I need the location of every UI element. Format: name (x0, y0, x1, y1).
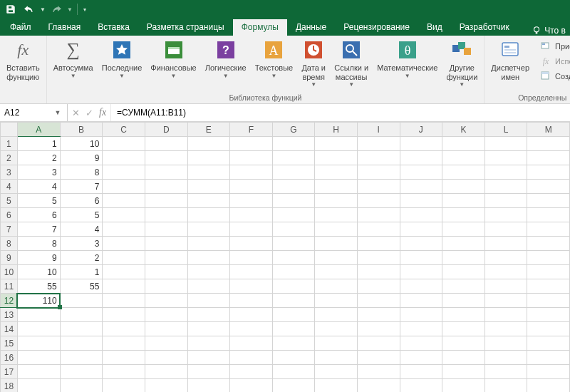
cell[interactable] (272, 180, 315, 194)
cell[interactable] (103, 251, 145, 265)
name-box[interactable]: ▼ (0, 104, 68, 121)
cell[interactable] (315, 237, 358, 251)
cell[interactable]: 5 (60, 208, 103, 222)
cell[interactable] (272, 165, 315, 180)
cell[interactable] (442, 137, 485, 151)
cell[interactable] (484, 165, 527, 180)
cell[interactable] (315, 294, 358, 308)
cell[interactable] (187, 365, 230, 379)
cell[interactable] (527, 365, 570, 379)
cell[interactable] (442, 365, 485, 379)
cell[interactable] (145, 251, 187, 265)
cell[interactable] (187, 151, 230, 165)
cell[interactable] (400, 165, 442, 180)
column-header[interactable]: L (484, 123, 527, 137)
cell[interactable] (442, 279, 485, 294)
cell[interactable] (357, 222, 400, 237)
cell[interactable] (230, 279, 273, 294)
cell[interactable] (60, 308, 103, 322)
cell[interactable] (187, 180, 230, 194)
cell[interactable] (103, 279, 145, 294)
cell[interactable] (272, 222, 315, 237)
cell[interactable] (272, 279, 315, 294)
row-header[interactable]: 3 (1, 165, 18, 180)
cell[interactable] (103, 379, 145, 393)
insert-function-button[interactable]: fx Вставить функцию (3, 37, 43, 83)
cell[interactable] (442, 251, 485, 265)
row-header[interactable]: 14 (1, 322, 18, 336)
cell[interactable]: 6 (17, 208, 60, 222)
cell[interactable] (315, 336, 358, 351)
column-header[interactable]: G (272, 123, 315, 137)
cell[interactable] (357, 265, 400, 279)
cell[interactable] (230, 308, 273, 322)
column-header[interactable]: H (315, 123, 358, 137)
cell[interactable]: 7 (60, 180, 103, 194)
cell[interactable] (315, 379, 358, 393)
cell[interactable] (400, 294, 442, 308)
autosum-button[interactable]: ∑ Автосумма ▼ (50, 37, 97, 80)
cell[interactable] (484, 194, 527, 208)
cell[interactable] (527, 151, 570, 165)
cell[interactable] (145, 322, 187, 336)
cell[interactable] (145, 294, 187, 308)
redo-icon[interactable] (48, 1, 64, 17)
enter-icon[interactable]: ✓ (86, 108, 93, 118)
column-header[interactable]: B (60, 123, 103, 137)
cell[interactable] (17, 336, 60, 351)
cell[interactable] (484, 208, 527, 222)
create-from-selection-button[interactable]: Создать и (539, 70, 570, 83)
column-header[interactable]: M (527, 123, 570, 137)
cell[interactable] (60, 351, 103, 365)
row-header[interactable]: 16 (1, 351, 18, 365)
cell[interactable] (442, 222, 485, 237)
cell[interactable] (315, 222, 358, 237)
tab-data[interactable]: Данные (287, 19, 335, 36)
cell[interactable] (527, 208, 570, 222)
cell[interactable] (357, 194, 400, 208)
tab-view[interactable]: Вид (418, 19, 451, 36)
row-header[interactable]: 4 (1, 180, 18, 194)
cell[interactable]: 2 (60, 251, 103, 265)
cell[interactable]: 3 (17, 165, 60, 180)
cell[interactable] (60, 294, 103, 308)
cell[interactable] (145, 237, 187, 251)
cell[interactable] (400, 365, 442, 379)
row-header[interactable]: 15 (1, 336, 18, 351)
cell[interactable] (527, 279, 570, 294)
cell[interactable] (400, 180, 442, 194)
cell[interactable] (484, 379, 527, 393)
cell[interactable] (442, 208, 485, 222)
cell[interactable] (315, 251, 358, 265)
name-box-dropdown-icon[interactable]: ▼ (51, 109, 64, 116)
cell[interactable] (315, 151, 358, 165)
cell[interactable] (400, 265, 442, 279)
cell[interactable] (230, 165, 273, 180)
cell[interactable] (272, 379, 315, 393)
cell[interactable] (400, 308, 442, 322)
cell[interactable] (484, 308, 527, 322)
cell[interactable] (442, 237, 485, 251)
cell[interactable] (484, 137, 527, 151)
cell[interactable] (527, 165, 570, 180)
row-header[interactable]: 5 (1, 194, 18, 208)
cell[interactable] (187, 222, 230, 237)
cell[interactable] (442, 265, 485, 279)
column-header[interactable]: C (103, 123, 145, 137)
cell[interactable] (145, 165, 187, 180)
cell[interactable]: 1 (60, 265, 103, 279)
cell[interactable] (103, 237, 145, 251)
cell[interactable]: 6 (60, 194, 103, 208)
cell[interactable] (442, 308, 485, 322)
cell[interactable]: 3 (60, 237, 103, 251)
cell[interactable]: 1 (17, 137, 60, 151)
cell[interactable] (442, 322, 485, 336)
cell[interactable] (187, 379, 230, 393)
cell[interactable] (527, 322, 570, 336)
cell[interactable] (103, 265, 145, 279)
cell[interactable] (272, 336, 315, 351)
cell[interactable] (103, 294, 145, 308)
cell[interactable]: 10 (60, 137, 103, 151)
cell[interactable] (60, 336, 103, 351)
cell[interactable] (272, 294, 315, 308)
